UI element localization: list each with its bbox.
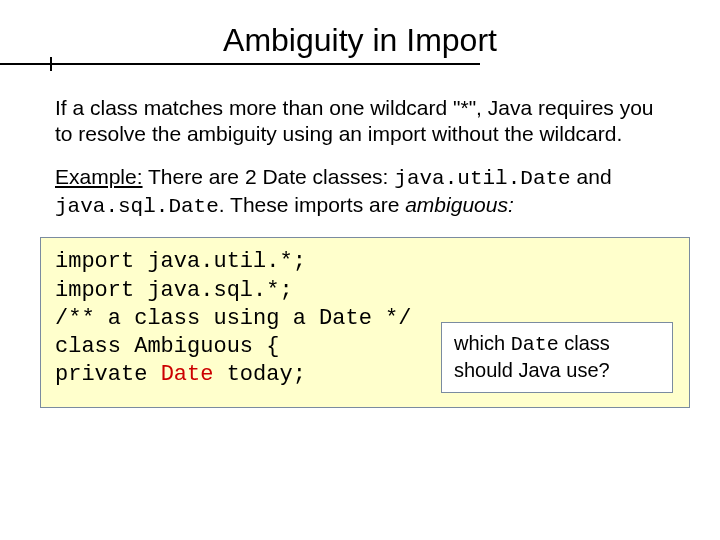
paragraph-1: If a class matches more than one wildcar… (55, 95, 670, 146)
code-text: today; (213, 362, 305, 387)
callout-box: which Date class should Java use? (441, 322, 673, 393)
code-inline: java.util.Date (394, 167, 570, 190)
type-keyword: Date (161, 362, 214, 387)
title-underline (0, 63, 480, 65)
code-block: import java.util.*; import java.sql.*; /… (40, 237, 690, 408)
code-text: private (55, 362, 161, 387)
text: and (571, 165, 612, 188)
example-label: Example: (55, 165, 143, 188)
code-inline: Date (511, 333, 559, 356)
code-inline: java.sql.Date (55, 195, 219, 218)
slide: Ambiguity in Import If a class matches m… (0, 0, 720, 540)
title-area: Ambiguity in Import (0, 0, 720, 65)
emphasis: ambiguous: (405, 193, 514, 216)
title-tick (50, 57, 52, 71)
code-line: import java.sql.*; (55, 277, 675, 305)
code-line: import java.util.*; (55, 248, 675, 276)
body: If a class matches more than one wildcar… (0, 65, 720, 219)
text: . These imports are (219, 193, 405, 216)
text: There are 2 Date classes: (143, 165, 395, 188)
callout-text: which (454, 332, 511, 354)
slide-title: Ambiguity in Import (0, 22, 720, 65)
paragraph-2: Example: There are 2 Date classes: java.… (55, 164, 670, 219)
